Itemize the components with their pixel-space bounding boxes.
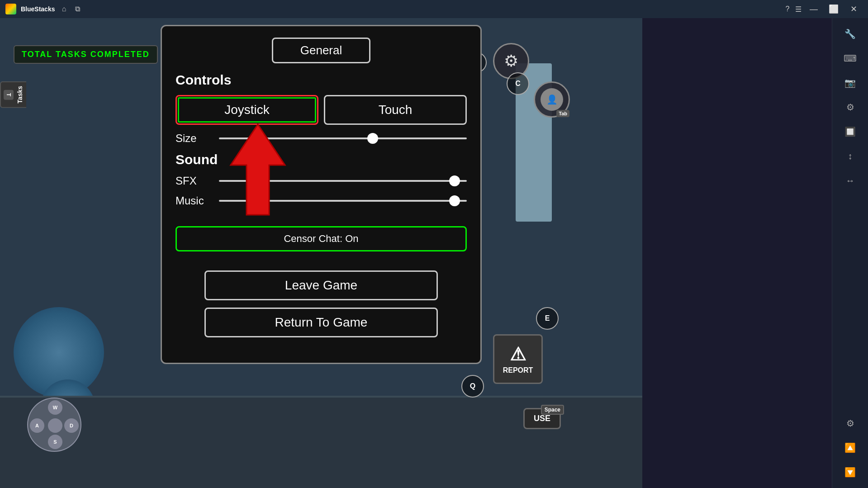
general-button[interactable]: General xyxy=(272,38,371,63)
joystick[interactable]: W S A D xyxy=(27,398,81,452)
size-label: Size xyxy=(175,132,212,145)
joystick-ring: W S A D xyxy=(27,398,81,452)
joystick-button[interactable]: Joystick xyxy=(175,95,318,125)
sidebar-icon-6[interactable]: ↕ xyxy=(839,145,862,167)
joystick-down[interactable]: S xyxy=(48,435,62,449)
tasks-label: Tasks xyxy=(16,86,24,104)
joystick-right[interactable]: D xyxy=(64,418,79,433)
sidebar-icon-1[interactable]: 🔧 xyxy=(839,23,862,45)
size-slider-row: Size xyxy=(175,132,467,145)
leave-game-button[interactable]: Leave Game xyxy=(204,270,437,300)
sidebar-icon-bottom-2[interactable]: 🔼 xyxy=(839,436,862,459)
tasks-tab[interactable]: T Tasks xyxy=(0,81,26,108)
sidebar-icon-5[interactable]: 🔲 xyxy=(839,120,862,143)
app-title: BlueStacks xyxy=(21,5,55,13)
floor-line xyxy=(0,396,642,398)
sfx-thumb[interactable] xyxy=(449,175,460,186)
tasks-key: T xyxy=(4,90,14,99)
use-button[interactable]: USE Space xyxy=(523,408,561,429)
sfx-label: SFX xyxy=(175,175,212,187)
settings-modal: General Controls Joystick Touch Size Sou… xyxy=(161,25,482,364)
music-slider[interactable] xyxy=(219,200,467,202)
title-bar-controls: ? ☰ — ⬜ ✕ xyxy=(783,0,863,18)
sfx-slider-row: SFX xyxy=(175,175,467,187)
sidebar-icon-2[interactable]: ⌨ xyxy=(839,47,862,70)
sidebar-icon-bottom-3[interactable]: 🔽 xyxy=(839,461,862,483)
sidebar-icon-7[interactable]: ↔ xyxy=(839,169,862,192)
music-label: Music xyxy=(175,194,212,207)
bluestacks-logo xyxy=(5,4,16,14)
music-slider-row: Music xyxy=(175,194,467,207)
hamburger-icon[interactable]: ☰ xyxy=(794,5,803,14)
sidebar-icon-4[interactable]: ⚙ xyxy=(839,96,862,118)
multi-window-icon[interactable]: ⧉ xyxy=(73,5,82,14)
report-button[interactable]: ⚠ REPORT xyxy=(493,334,543,384)
censor-chat-button[interactable]: Censor Chat: On xyxy=(175,226,467,251)
space-badge: Space xyxy=(541,405,564,415)
tab-button[interactable]: 👤 Tab xyxy=(534,81,570,118)
home-icon[interactable]: ⌂ xyxy=(59,5,68,14)
return-to-game-button[interactable]: Return To Game xyxy=(204,308,437,337)
tab-button-area: 👤 Tab xyxy=(534,81,570,118)
e-button[interactable]: E xyxy=(536,307,559,330)
tab-badge: Tab xyxy=(556,110,569,117)
q-button[interactable]: Q xyxy=(461,375,484,398)
title-bar: BlueStacks ⌂ ⧉ ? ☰ — ⬜ ✕ xyxy=(0,0,868,18)
minimize-button[interactable]: — xyxy=(805,0,823,18)
title-bar-left: BlueStacks ⌂ ⧉ xyxy=(5,4,82,14)
size-thumb[interactable] xyxy=(367,133,378,144)
c-button-area: C xyxy=(507,72,529,95)
right-sidebar: 🔧 ⌨ 📷 ⚙ 🔲 ↕ ↔ ⚙ 🔼 🔽 xyxy=(832,18,868,488)
report-icon: ⚠ xyxy=(510,344,526,365)
use-container: USE Space xyxy=(523,408,561,429)
sfx-slider[interactable] xyxy=(219,180,467,182)
size-slider[interactable] xyxy=(219,137,467,139)
sidebar-icon-bottom-1[interactable]: ⚙ xyxy=(839,412,862,435)
joystick-left[interactable]: A xyxy=(30,418,44,433)
sound-title: Sound xyxy=(175,152,218,167)
touch-button[interactable]: Touch xyxy=(324,95,467,125)
help-icon[interactable]: ? xyxy=(783,5,792,14)
joystick-up[interactable]: W xyxy=(48,400,62,415)
music-thumb[interactable] xyxy=(449,195,460,206)
restore-button[interactable]: ⬜ xyxy=(825,0,843,18)
controls-title: Controls xyxy=(175,72,231,88)
controls-row: Joystick Touch xyxy=(175,95,467,125)
c-button[interactable]: C xyxy=(507,72,529,95)
sidebar-icon-3[interactable]: 📷 xyxy=(839,71,862,94)
close-button[interactable]: ✕ xyxy=(844,0,863,18)
tasks-banner: TOTAL TASKS COMPLETED xyxy=(14,45,158,64)
joystick-center xyxy=(48,418,62,433)
